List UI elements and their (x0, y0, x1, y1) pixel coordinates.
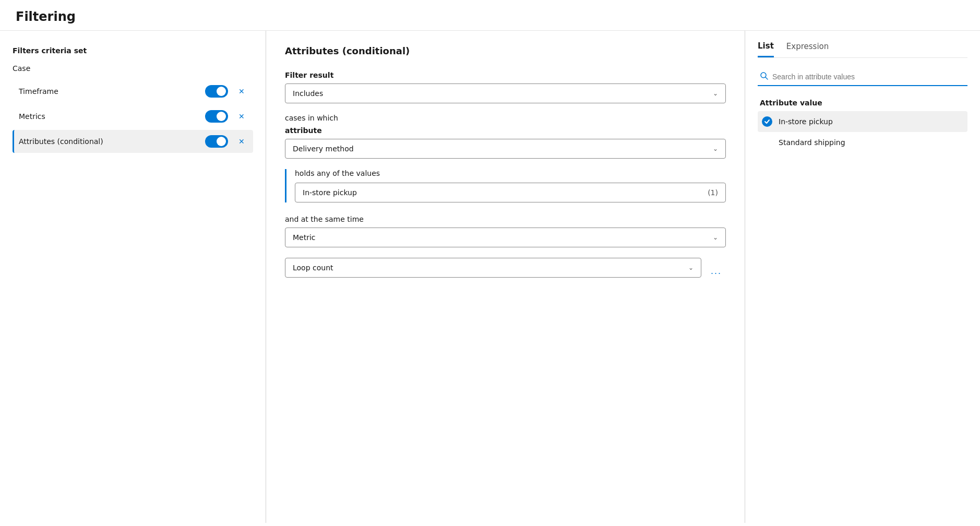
empty-circle-standard-shipping (762, 137, 772, 148)
timeframe-remove-button[interactable]: ✕ (236, 85, 247, 98)
svg-line-1 (766, 77, 768, 79)
case-group-label: Case (13, 64, 253, 73)
and-same-time-label: and at the same time (285, 215, 726, 223)
cases-in-which-label: cases in which (285, 114, 726, 122)
middle-panel-title: Attributes (conditional) (285, 45, 726, 56)
metric-chevron-icon: ⌄ (713, 234, 718, 241)
main-layout: Filters criteria set Case Timeframe ✕ Me… (0, 31, 980, 523)
holds-values-value: In-store pickup (303, 188, 357, 197)
page-title: Filtering (16, 9, 964, 24)
attr-value-label-standard-shipping: Standard shipping (779, 138, 845, 147)
metrics-toggle[interactable] (205, 110, 228, 123)
holds-values-select[interactable]: In-store pickup (1) (295, 183, 726, 202)
middle-panel: Attributes (conditional) Filter result I… (266, 31, 745, 523)
metric-select[interactable]: Metric ⌄ (285, 228, 726, 247)
tab-bar: List Expression (758, 41, 967, 58)
metrics-remove-button[interactable]: ✕ (236, 110, 247, 123)
timeframe-toggle[interactable] (205, 85, 228, 98)
attribute-select[interactable]: Delivery method ⌄ (285, 139, 726, 159)
loop-count-chevron-icon: ⌄ (688, 264, 694, 271)
holds-values-label: holds any of the values (295, 169, 726, 177)
check-circle-in-store-pickup (762, 116, 772, 127)
holds-values-count: (1) (708, 188, 718, 197)
loop-count-value: Loop count (293, 264, 333, 272)
tab-list[interactable]: List (758, 41, 774, 57)
attributes-label: Attributes (conditional) (19, 137, 205, 146)
values-section: holds any of the values In-store pickup … (285, 169, 726, 202)
attributes-toggle[interactable] (205, 135, 228, 148)
timeframe-label: Timeframe (19, 87, 205, 95)
loop-count-select[interactable]: Loop count ⌄ (285, 258, 701, 278)
filter-result-select[interactable]: Includes ⌄ (285, 83, 726, 103)
search-input[interactable] (772, 73, 965, 81)
attr-value-label-in-store-pickup: In-store pickup (779, 117, 833, 126)
loop-count-row: Loop count ⌄ ··· (285, 258, 726, 288)
attribute-value: Delivery method (293, 145, 354, 153)
metric-section: and at the same time Metric ⌄ (285, 215, 726, 247)
filters-criteria-label: Filters criteria set (13, 46, 253, 55)
more-options-button[interactable]: ··· (707, 266, 726, 281)
tab-expression[interactable]: Expression (786, 42, 829, 57)
right-panel: List Expression Attribute value In-store… (745, 31, 980, 523)
attribute-label: attribute (285, 126, 726, 135)
search-bar (758, 68, 967, 86)
filter-row-metrics: Metrics ✕ (13, 105, 253, 128)
metric-value: Metric (293, 233, 316, 242)
page-header: Filtering (0, 0, 980, 31)
attribute-value-header: Attribute value (758, 99, 967, 107)
search-icon (760, 71, 768, 82)
filter-result-label: Filter result (285, 71, 726, 79)
left-panel: Filters criteria set Case Timeframe ✕ Me… (0, 31, 266, 523)
filter-result-value: Includes (293, 89, 323, 98)
filter-row-timeframe: Timeframe ✕ (13, 80, 253, 103)
attribute-chevron-icon: ⌄ (713, 145, 718, 152)
filter-row-attributes: Attributes (conditional) ✕ (13, 130, 253, 153)
attributes-remove-button[interactable]: ✕ (236, 135, 247, 148)
attr-value-row-in-store-pickup[interactable]: In-store pickup (758, 111, 967, 132)
attr-value-row-standard-shipping[interactable]: Standard shipping (758, 132, 967, 153)
filter-result-chevron-icon: ⌄ (713, 90, 718, 97)
metrics-label: Metrics (19, 112, 205, 121)
